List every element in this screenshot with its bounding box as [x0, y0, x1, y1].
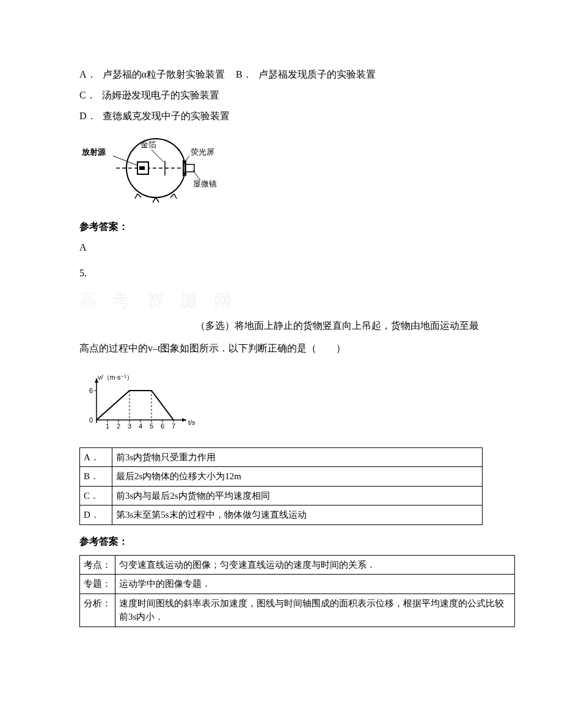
- analysis-zhuanti-text: 运动学中的图像专题．: [115, 575, 515, 594]
- analysis-kaodian-text: 匀变速直线运动的图像；匀变速直线运动的速度与时间的关系．: [115, 555, 515, 575]
- table-row: 分析： 速度时间图线的斜率表示加速度，图线与时间轴围成的面积表示位移，根据平均速…: [80, 594, 515, 627]
- xtick-1: 1: [106, 422, 109, 430]
- table-row: B． 最后2s内物体的位移大小为12m: [80, 467, 483, 487]
- xtick-5: 5: [150, 422, 153, 430]
- q4-option-row-c: C．汤姆逊发现电子的实验装置: [79, 88, 483, 103]
- svg-line-10: [184, 156, 189, 162]
- opt-a-text: 前3s内货物只受重力作用: [112, 447, 483, 467]
- svg-line-9: [151, 150, 164, 162]
- q4-option-b-label: B．: [236, 69, 252, 79]
- svg-rect-3: [139, 166, 145, 170]
- q4-option-d-text: 查德威克发现中子的实验装置: [103, 111, 230, 121]
- table-row: D． 第3s末至第5s末的过程中，物体做匀速直线运动: [80, 506, 483, 525]
- analysis-fenxi-text: 速度时间图线的斜率表示加速度，图线与时间轴围成的面积表示位移，根据平均速度的公式…: [115, 594, 515, 627]
- q4-option-a-label: A．: [79, 69, 97, 79]
- q4-option-row-ab: A．卢瑟福的α粒子散射实验装置 B．卢瑟福发现质子的实验装置: [79, 67, 483, 82]
- label-foil: 金箔: [140, 140, 156, 149]
- multi-select-label: （多选）: [195, 320, 235, 331]
- x-axis-label: t/s: [188, 419, 195, 426]
- opt-b-label: B．: [80, 467, 112, 487]
- y-axis-label: v/（m·s⁻¹）: [98, 373, 133, 381]
- label-source: 放射源: [81, 147, 106, 156]
- xtick-6: 6: [161, 422, 164, 430]
- xtick-3: 3: [128, 422, 131, 430]
- table-row: A． 前3s内货物只受重力作用: [80, 447, 483, 467]
- opt-b-text: 最后2s内物体的位移大小为12m: [112, 467, 483, 487]
- ytick-0: 0: [89, 416, 93, 424]
- label-microscope: 显微镜: [193, 179, 217, 188]
- q4-answer-label: 参考答案：: [79, 219, 483, 234]
- analysis-zhuanti-label: 专题：: [80, 575, 115, 594]
- table-row: C． 前3s内与最后2s内货物的平均速度相同: [80, 486, 483, 506]
- opt-c-label: C．: [80, 486, 112, 506]
- xtick-2: 2: [117, 422, 120, 430]
- q4-option-c-text: 汤姆逊发现电子的实验装置: [102, 90, 219, 100]
- q4-option-d-label: D．: [79, 111, 97, 121]
- q5-options-table: A． 前3s内货物只受重力作用 B． 最后2s内物体的位移大小为12m C． 前…: [79, 447, 483, 525]
- q5-question-body: 将地面上静止的货物竖直向上吊起，货物由地面运动至最高点的过程中的v–t图象如图所…: [79, 320, 479, 353]
- svg-marker-13: [182, 418, 186, 422]
- opt-d-text: 第3s末至第5s末的过程中，物体做匀速直线运动: [112, 506, 483, 525]
- q5-number: 5.: [79, 266, 483, 281]
- ytick-6: 6: [89, 387, 93, 394]
- q4-option-a-text: 卢瑟福的α粒子散射实验装置: [103, 69, 225, 79]
- q4-answer: A: [79, 240, 483, 255]
- q5-analysis-table: 考点： 匀变速直线运动的图像；匀变速直线运动的速度与时间的关系． 专题： 运动学…: [79, 555, 515, 627]
- q4-option-row-d: D．查德威克发现中子的实验装置: [79, 109, 483, 123]
- svg-line-8: [113, 156, 138, 166]
- q4-option-c-label: C．: [79, 90, 96, 100]
- label-screen: 荧光屏: [191, 147, 214, 156]
- q4-option-b-text: 卢瑟福发现质子的实验装置: [258, 69, 376, 79]
- q5-question-text: （多选）将地面上静止的货物竖直向上吊起，货物由地面运动至最高点的过程中的v–t图…: [79, 315, 483, 360]
- table-row: 专题： 运动学中的图像专题．: [80, 575, 515, 594]
- analysis-kaodian-label: 考点：: [80, 555, 115, 575]
- analysis-fenxi-label: 分析：: [80, 594, 115, 627]
- apparatus-diagram: 放射源 金箔 荧光屏 显微镜: [79, 133, 483, 207]
- opt-c-text: 前3s内与最后2s内货物的平均速度相同: [112, 486, 483, 506]
- xtick-4: 4: [139, 422, 142, 430]
- table-row: 考点： 匀变速直线运动的图像；匀变速直线运动的速度与时间的关系．: [80, 555, 515, 575]
- opt-a-label: A．: [80, 447, 112, 467]
- opt-d-label: D．: [80, 506, 112, 525]
- q5-answer-label: 参考答案：: [79, 534, 483, 549]
- vt-chart: v/（m·s⁻¹） 6 0 1 2 3 4 5 6 7 t/s: [79, 371, 483, 436]
- xtick-7: 7: [172, 422, 175, 430]
- watermark-text: 高 考 资 源 网: [79, 288, 483, 310]
